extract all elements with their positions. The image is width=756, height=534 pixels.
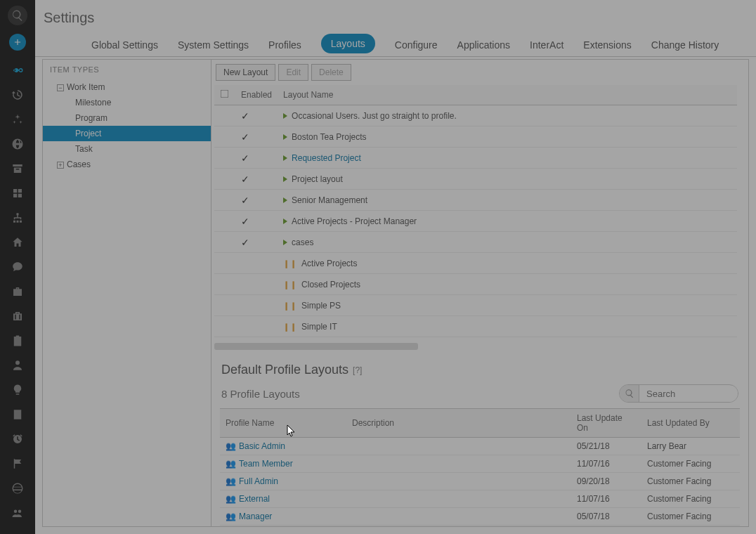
layout-name[interactable]: Boston Tea Projects (292, 132, 367, 142)
infinity-icon[interactable] (0, 58, 35, 82)
layout-name[interactable]: Simple IT (301, 322, 337, 332)
tab-change-history[interactable]: Change History (651, 39, 719, 56)
profile-updated-by: Larry Bear (641, 438, 740, 455)
expand-icon[interactable]: + (57, 162, 64, 169)
person-icon[interactable] (0, 353, 35, 377)
pause-icon: ❙❙ (283, 259, 297, 268)
layout-row[interactable]: ✓Senior Management (214, 190, 737, 211)
tree-project[interactable]: Project (43, 126, 211, 141)
flag-icon[interactable] (0, 451, 35, 476)
col-updated-by: Last Updated By (641, 409, 740, 438)
people-icon: 👥 (226, 512, 236, 521)
profile-link[interactable]: Full Admin (239, 476, 278, 486)
search-input[interactable] (639, 386, 738, 402)
layout-name[interactable]: Senior Management (292, 195, 367, 205)
layout-name[interactable]: Occasional Users. Just go straight to pr… (292, 111, 457, 121)
profile-description (346, 508, 571, 526)
layout-name[interactable]: Requested Project (292, 153, 361, 163)
tab-interact[interactable]: InterAct (530, 39, 563, 56)
clipboard-icon[interactable] (0, 328, 35, 353)
archive-icon[interactable] (0, 156, 35, 181)
tab-global-settings[interactable]: Global Settings (91, 39, 158, 56)
layout-row[interactable]: ❙❙Active Projects (214, 253, 737, 274)
group-icon[interactable] (0, 500, 35, 525)
profile-row[interactable]: 👥Full Admin09/20/18Customer Facing (220, 473, 740, 490)
profile-row[interactable]: 👥Basic Admin05/21/18Larry Bear (220, 438, 740, 455)
checkmark-icon: ✓ (241, 131, 249, 143)
edit-button[interactable]: Edit (278, 64, 308, 81)
profile-link[interactable]: External (239, 494, 270, 504)
select-all-checkbox[interactable] (221, 90, 229, 98)
profile-link[interactable]: Team Member (239, 459, 293, 469)
bulb-icon[interactable] (0, 377, 35, 402)
tab-layouts[interactable]: Layouts (321, 34, 375, 53)
layout-row[interactable]: ❙❙Closed Projects (214, 274, 737, 295)
collapse-icon[interactable]: − (57, 84, 64, 91)
globe-icon[interactable] (0, 131, 35, 156)
layout-name[interactable]: Project layout (292, 174, 343, 184)
briefcase-icon[interactable] (0, 279, 35, 304)
horizontal-scrollbar[interactable] (214, 343, 418, 350)
layout-name[interactable]: Closed Projects (301, 280, 360, 289)
layout-row[interactable]: ❙❙Simple PS (214, 295, 737, 316)
play-icon (283, 176, 287, 182)
tree-program[interactable]: Program (43, 110, 211, 126)
new-layout-button[interactable]: New Layout (216, 64, 275, 81)
hierarchy-icon[interactable] (0, 205, 35, 230)
search-icon[interactable] (8, 6, 27, 25)
profile-description (346, 490, 571, 508)
profile-row[interactable]: 👥External11/07/16Customer Facing (220, 490, 740, 508)
profile-row[interactable]: 👥Team Member11/07/16Customer Facing (220, 455, 740, 473)
layout-name[interactable]: cases (292, 237, 313, 247)
layout-row[interactable]: ✓cases (214, 232, 737, 253)
profile-description (346, 438, 571, 455)
profile-row[interactable]: 👥Manager05/07/18Customer Facing (220, 508, 740, 526)
history-icon[interactable] (0, 82, 35, 107)
people-icon: 👥 (226, 476, 236, 486)
suitcase-icon[interactable] (0, 304, 35, 328)
tab-profiles[interactable]: Profiles (268, 39, 301, 56)
tree-work-item[interactable]: −Work Item (43, 79, 211, 95)
play-icon (283, 219, 287, 224)
pause-icon: ❙❙ (283, 323, 297, 331)
chat-icon[interactable] (0, 254, 35, 279)
tree-milestone[interactable]: Milestone (43, 95, 211, 110)
tree-cases[interactable]: +Cases (43, 157, 211, 172)
checkmark-icon: ✓ (241, 110, 249, 122)
people-icon: 👥 (226, 494, 236, 504)
tree-task[interactable]: Task (43, 141, 211, 157)
layout-name[interactable]: Active Projects - Project Manager (292, 216, 417, 226)
tab-system-settings[interactable]: System Settings (178, 39, 249, 56)
profile-link[interactable]: Manager (239, 512, 272, 521)
play-icon (283, 134, 287, 140)
alarm-icon[interactable] (0, 426, 35, 451)
note-icon[interactable] (0, 402, 35, 426)
profile-updated-on: 09/20/18 (571, 473, 641, 490)
add-icon[interactable] (9, 34, 26, 51)
layout-row[interactable]: ❙❙Simple IT (214, 316, 737, 337)
layout-row[interactable]: ✓Boston Tea Projects (214, 126, 737, 148)
profile-row[interactable]: 👥Client PortalCustomers & External Colla… (220, 526, 740, 528)
tab-applications[interactable]: Applications (457, 39, 511, 56)
globe2-icon[interactable] (0, 476, 35, 500)
layout-name[interactable]: Simple PS (301, 301, 341, 311)
play-icon (283, 113, 287, 119)
left-nav-rail (0, 0, 35, 534)
spark-icon[interactable] (0, 107, 35, 131)
tab-configure[interactable]: Configure (395, 39, 438, 56)
layout-name[interactable]: Active Projects (301, 259, 357, 268)
home-icon[interactable] (0, 230, 35, 254)
pause-icon: ❙❙ (283, 280, 297, 289)
layout-row[interactable]: ✓Project layout (214, 169, 737, 190)
help-icon[interactable]: [?] (353, 365, 362, 375)
layout-row[interactable]: ✓Active Projects - Project Manager (214, 211, 737, 232)
delete-button[interactable]: Delete (311, 64, 351, 81)
layout-row[interactable]: ✓Occasional Users. Just go straight to p… (214, 105, 737, 126)
search-icon[interactable] (620, 384, 639, 403)
tree-header: ITEM TYPES (43, 60, 211, 79)
checkmark-icon: ✓ (241, 216, 249, 227)
layout-row[interactable]: ✓Requested Project (214, 148, 737, 169)
profile-link[interactable]: Basic Admin (239, 441, 285, 451)
tab-extensions[interactable]: Extensions (583, 39, 631, 56)
apps-icon[interactable] (0, 181, 35, 205)
